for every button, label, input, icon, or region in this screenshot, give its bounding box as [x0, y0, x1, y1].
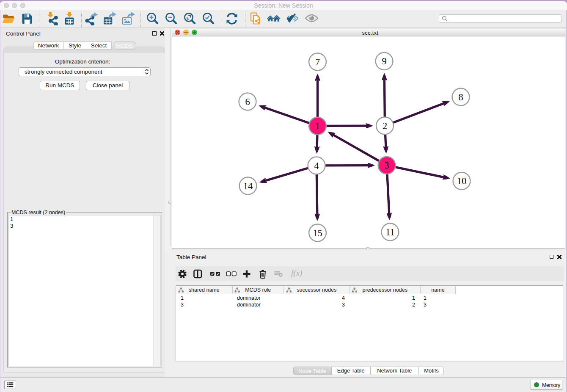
svg-text:7: 7: [315, 57, 320, 67]
svg-text:9: 9: [382, 56, 386, 66]
svg-text:1: 1: [315, 121, 320, 131]
svg-text:3: 3: [384, 160, 389, 171]
svg-text:6: 6: [245, 97, 250, 107]
svg-text:14: 14: [243, 181, 253, 191]
svg-text:10: 10: [457, 176, 467, 186]
svg-text:2: 2: [383, 121, 387, 131]
svg-text:8: 8: [458, 92, 463, 102]
svg-text:11: 11: [385, 227, 395, 237]
svg-text:15: 15: [313, 228, 322, 238]
svg-text:4: 4: [314, 160, 319, 171]
